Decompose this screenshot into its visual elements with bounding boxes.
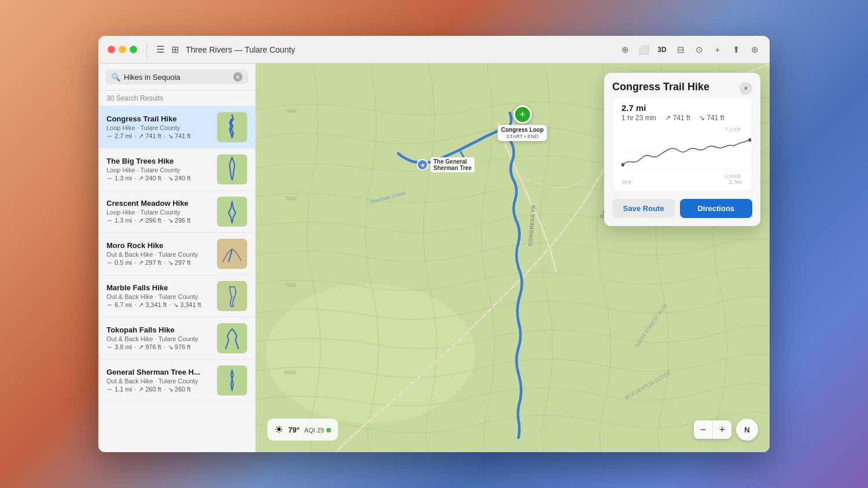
hike-subtitle: Out & Back Hike · Tulare County — [106, 293, 211, 300]
zoom-out-button[interactable]: − — [694, 420, 712, 439]
hike-item-crescent-meadow[interactable]: Crescent Meadow Hike Loop Hike · Tulare … — [98, 191, 255, 233]
search-bar: 🔍 × — [98, 64, 255, 91]
account-icon[interactable]: ⊛ — [749, 44, 760, 56]
search-clear-button[interactable]: × — [233, 72, 242, 82]
svg-text:7000: 7000 — [285, 282, 296, 288]
sherman-label: The GeneralSherman Tree — [431, 157, 475, 172]
map-controls: − + N — [694, 419, 758, 441]
sidebar-toggle-icon[interactable]: ☰ — [156, 44, 164, 55]
search-icon: 🔍 — [111, 73, 120, 82]
map-type-icon[interactable]: ⬜ — [638, 44, 649, 56]
elev-end-label: 2.7mi — [729, 179, 742, 185]
main-content: 🔍 × 30 Search Results Congress Trail Hik… — [98, 64, 770, 452]
hike-name: The Big Trees Hike — [106, 157, 211, 165]
hike-stats: ↔ 1.3 mi · ↗ 240 ft · ↘ 240 ft — [106, 175, 211, 182]
title-divider — [146, 43, 147, 57]
fullscreen-traffic-light[interactable] — [130, 46, 137, 53]
traffic-lights — [108, 46, 137, 53]
hike-item-moro-rock[interactable]: Moro Rock Hike Out & Back Hike · Tulare … — [98, 233, 255, 275]
3d-button[interactable]: 3D — [656, 44, 668, 56]
hike-thumbnail-congress — [217, 112, 247, 142]
panel-meta: 1 hr 23 min · ↗ 741 ft · ↘ 741 ft — [621, 114, 743, 122]
elevation-chart-svg — [621, 133, 751, 171]
hike-list: Congress Trail Hike Loop Hike · Tulare C… — [98, 106, 255, 452]
weather-widget: ☀ 79° AQI 29 — [267, 419, 338, 441]
sidebar: 🔍 × 30 Search Results Congress Trail Hik… — [98, 64, 256, 452]
hike-stats: ↔ 6.7 mi · ↗ 3,341 ft · ↘ 3,341 ft — [106, 301, 211, 309]
save-route-button[interactable]: Save Route — [612, 199, 675, 218]
directions-button[interactable]: Directions — [680, 199, 752, 218]
hike-thumbnail-crescent — [217, 197, 247, 227]
hike-name: Marble Falls Hike — [106, 283, 211, 292]
hike-item-marble-falls[interactable]: Marble Falls Hike Out & Back Hike · Tula… — [98, 275, 255, 317]
map-grid-icon[interactable]: ⊞ — [171, 44, 179, 55]
hike-name: Tokopah Falls Hike — [106, 326, 211, 334]
panel-buttons: Save Route Directions — [604, 193, 760, 226]
hike-stats: ↔ 1.3 mi · ↗ 296 ft · ↘ 296 ft — [106, 217, 211, 224]
panel-close-button[interactable]: × — [740, 82, 752, 95]
hike-item-big-trees[interactable]: The Big Trees Hike Loop Hike · Tulare Co… — [98, 149, 255, 191]
hike-subtitle: Out & Back Hike · Tulare County — [106, 251, 211, 258]
aqi-dot — [326, 428, 331, 432]
hike-thumbnail-marble-falls — [217, 281, 247, 311]
hike-item-tokopah-falls[interactable]: Tokopah Falls Hike Out & Back Hike · Tul… — [98, 317, 255, 360]
hike-name: Congress Trail Hike — [106, 114, 211, 123]
hike-item-general-sherman[interactable]: General Sherman Tree H... Out & Back Hik… — [98, 360, 255, 402]
info-panel: Congress Trail Hike × 2.7 mi 1 hr 23 min… — [604, 73, 760, 226]
panel-header: Congress Trail Hike × — [604, 73, 760, 98]
title-actions: ⊕ ⬜ 3D ⊟ ⊙ + ⬆ ⊛ — [619, 44, 760, 56]
elev-high-label: 7,100ft — [724, 127, 741, 132]
svg-rect-21 — [621, 133, 751, 171]
hike-info: Marble Falls Hike Out & Back Hike · Tula… — [106, 283, 211, 309]
svg-rect-5 — [217, 323, 247, 353]
hike-info: Tokopah Falls Hike Out & Back Hike · Tul… — [106, 326, 211, 351]
svg-text:6800: 6800 — [285, 369, 296, 375]
panel-descent: ↘ 741 ft — [699, 114, 724, 122]
hike-stats: ↔ 0.5 mi · ↗ 297 ft · ↘ 297 ft — [106, 259, 211, 267]
search-input[interactable] — [124, 73, 230, 82]
locate-icon[interactable]: ⊕ — [619, 44, 631, 56]
panel-ascent: ↗ 741 ft — [665, 114, 690, 122]
results-count: 30 Search Results — [98, 91, 255, 106]
window-title: Three Rivers — Tulare County — [186, 45, 612, 54]
title-bar: ☰ ⊞ Three Rivers — Tulare County ⊕ ⬜ 3D … — [98, 36, 770, 64]
hike-stats: ↔ 3.8 mi · ↗ 976 ft · ↘ 976 ft — [106, 343, 211, 351]
hike-name: General Sherman Tree H... — [106, 368, 211, 376]
elev-low-label: 6,800ft — [724, 173, 741, 179]
map-area[interactable]: 7400 7200 7000 6800 7600 7400 GENERALS H… — [256, 64, 770, 452]
hike-subtitle: Loop Hike · Tulare County — [106, 124, 211, 131]
elevation-chart-container: 7,100ft — [621, 127, 743, 185]
minimize-traffic-light[interactable] — [119, 46, 126, 53]
map-background: 7400 7200 7000 6800 7600 7400 GENERALS H… — [256, 64, 770, 452]
share-icon[interactable]: ⬆ — [730, 44, 742, 56]
close-traffic-light[interactable] — [108, 46, 115, 53]
hike-stats: ↔ 1.1 mi · ↗ 260 ft · ↘ 260 ft — [106, 386, 211, 393]
sherman-tree-marker: ★ The GeneralSherman Tree — [417, 157, 475, 172]
hike-info: Moro Rock Hike Out & Back Hike · Tulare … — [106, 241, 211, 267]
panel-stats: 2.7 mi 1 hr 23 min · ↗ 741 ft · ↘ 741 ft — [613, 98, 751, 191]
hike-thumbnail-big-trees — [217, 154, 247, 184]
compass[interactable]: N — [736, 419, 758, 441]
weather-sun-icon: ☀ — [274, 423, 284, 436]
panel-time: 1 hr 23 min — [621, 114, 656, 122]
weather-aqi: AQI 29 — [304, 426, 331, 434]
hike-item-congress-trail[interactable]: Congress Trail Hike Loop Hike · Tulare C… — [98, 106, 255, 149]
zoom-in-button[interactable]: + — [713, 420, 731, 439]
hike-subtitle: Out & Back Hike · Tulare County — [106, 335, 211, 342]
add-button[interactable]: + — [712, 44, 723, 56]
hike-info: Crescent Meadow Hike Loop Hike · Tulare … — [106, 199, 211, 224]
hike-name: Crescent Meadow Hike — [106, 199, 211, 208]
elev-start-label: 0mi — [623, 179, 631, 185]
hike-info: The Big Trees Hike Loop Hike · Tulare Co… — [106, 157, 211, 182]
weather-temperature: 79° — [288, 426, 300, 434]
svg-text:7200: 7200 — [285, 195, 296, 201]
binoculars-icon[interactable]: ⊟ — [675, 44, 686, 56]
zoom-controls: − + — [694, 420, 731, 439]
clock-icon[interactable]: ⊙ — [693, 44, 705, 56]
panel-distance: 2.7 mi — [621, 98, 743, 113]
app-window: ☰ ⊞ Three Rivers — Tulare County ⊕ ⬜ 3D … — [98, 36, 770, 452]
hike-stats: ↔ 2.7 mi · ↗ 741 ft · ↘ 741 ft — [106, 132, 211, 140]
search-input-wrapper[interactable]: 🔍 × — [105, 69, 248, 84]
hike-thumbnail-moro-rock — [217, 239, 247, 269]
panel-title: Congress Trail Hike — [612, 81, 740, 94]
